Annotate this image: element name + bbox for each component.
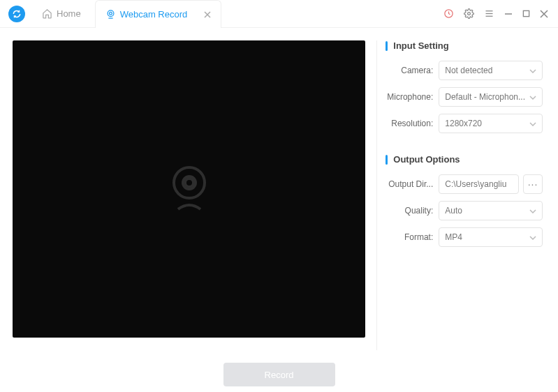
menu-icon[interactable] [484,8,494,19]
browse-button[interactable]: ··· [523,174,543,194]
footer: Record [0,357,558,392]
resolution-select[interactable]: 1280x720 [439,114,543,133]
titlebar: Home Webcam Record [0,0,558,28]
webcam-icon [105,9,116,20]
window-controls [443,8,558,19]
svg-point-1 [109,12,112,15]
format-label: Format: [386,232,439,242]
camera-select[interactable]: Not detected [439,61,543,80]
vertical-divider [376,40,377,350]
main-content: Input Setting Camera: Not detected Micro… [0,28,558,357]
output-dir-label: Output Dir... [386,179,439,189]
tab-webcam-label: Webcam Record [120,9,188,20]
minimize-button[interactable] [504,10,513,18]
chevron-down-icon [529,232,536,242]
settings-panel: Input Setting Camera: Not detected Micro… [386,40,545,350]
app-logo [8,6,25,22]
quality-label: Quality: [386,206,439,216]
tab-home-label: Home [57,8,81,19]
chevron-down-icon [529,206,536,216]
webcam-preview [13,40,365,338]
input-setting-header: Input Setting [386,40,543,51]
webcam-placeholder-icon [167,163,212,215]
quality-select[interactable]: Auto [439,201,543,220]
tab-home[interactable]: Home [32,0,91,28]
home-icon [42,8,52,19]
output-options-header: Output Options [386,154,543,165]
camera-label: Camera: [386,66,439,75]
microphone-label: Microphone: [386,92,439,102]
chevron-down-icon [529,119,536,128]
svg-point-3 [468,13,471,15]
close-tab-button[interactable] [204,11,211,18]
settings-icon[interactable] [464,8,474,19]
resolution-label: Resolution: [386,119,439,128]
history-icon[interactable] [443,8,454,19]
close-window-button[interactable] [540,10,548,18]
microphone-select[interactable]: Default - Microphon... [439,87,543,107]
svg-point-11 [186,180,192,186]
svg-point-0 [108,10,114,17]
maximize-button[interactable] [522,10,530,17]
chevron-down-icon [529,66,536,75]
format-select[interactable]: MP4 [439,227,543,247]
record-button[interactable]: Record [223,363,335,386]
chevron-down-icon [529,92,536,102]
output-dir-field[interactable]: C:\Users\yangliu [439,174,519,194]
svg-rect-8 [523,10,529,16]
tab-webcam-record[interactable]: Webcam Record [95,0,222,28]
